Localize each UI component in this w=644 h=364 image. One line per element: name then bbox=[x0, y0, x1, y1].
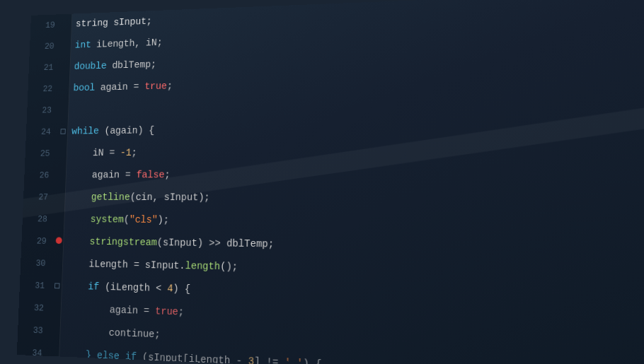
code-token: if bbox=[66, 281, 100, 293]
code-token: ; bbox=[131, 147, 137, 158]
code-token: dblTemp; bbox=[106, 59, 156, 71]
code-token: (cin, sInput); bbox=[130, 192, 210, 203]
line-content bbox=[69, 102, 644, 112]
fold-icon[interactable] bbox=[60, 129, 65, 134]
line-marker bbox=[50, 334, 60, 334]
line-number: 25 bbox=[25, 143, 57, 165]
line-number: 32 bbox=[18, 296, 52, 319]
line-number: 26 bbox=[24, 165, 57, 187]
code-token: (again) { bbox=[99, 125, 155, 136]
line-number: 28 bbox=[22, 208, 55, 230]
code-token: stringstream bbox=[67, 236, 157, 248]
code-token: -1 bbox=[120, 147, 132, 158]
code-token: while bbox=[71, 126, 99, 136]
code-token: ; bbox=[178, 306, 185, 317]
code-token: } else if bbox=[63, 348, 137, 363]
line-number: 19 bbox=[30, 14, 63, 36]
code-token: continue; bbox=[64, 326, 161, 340]
line-content: iN = -1; bbox=[67, 137, 644, 165]
code-token: getline bbox=[69, 192, 130, 203]
code-token: iN = bbox=[71, 148, 120, 159]
code-token: true bbox=[155, 305, 178, 317]
code-token: again = bbox=[95, 81, 144, 93]
code-token: "cls" bbox=[130, 214, 158, 225]
code-token: 3 bbox=[248, 356, 254, 364]
code-token: ; bbox=[164, 170, 170, 180]
code-editor: 19string sInput;20int iLength, iN;21doub… bbox=[17, 0, 644, 364]
table-row: 26 again = false; bbox=[24, 162, 644, 187]
code-token: false bbox=[136, 170, 164, 180]
code-token: ) { bbox=[303, 358, 321, 364]
fold-icon[interactable] bbox=[54, 283, 59, 288]
code-token: (); bbox=[220, 261, 238, 272]
line-marker bbox=[50, 356, 59, 357]
breakpoint-icon bbox=[56, 237, 62, 244]
code-token: length bbox=[185, 260, 220, 272]
code-token: (sInput) >> dblTemp; bbox=[157, 237, 275, 249]
line-number: 34 bbox=[17, 341, 50, 364]
code-token: again = bbox=[65, 303, 156, 317]
line-number: 21 bbox=[28, 57, 61, 78]
code-token: ] != bbox=[254, 356, 284, 364]
code-token: ; bbox=[167, 81, 173, 91]
line-marker bbox=[58, 129, 68, 134]
line-marker bbox=[52, 283, 63, 288]
line-marker bbox=[62, 27, 72, 28]
code-token: ) { bbox=[173, 283, 190, 294]
code-token: (iLength < bbox=[99, 281, 168, 294]
code-token: again = bbox=[70, 170, 137, 180]
code-token: iLength, iN; bbox=[91, 37, 162, 50]
line-number: 20 bbox=[29, 35, 62, 57]
line-number: 22 bbox=[28, 78, 60, 100]
line-number: 29 bbox=[21, 230, 54, 252]
code-token: bool bbox=[73, 83, 95, 93]
code-token: (sInput[iLength - bbox=[137, 351, 248, 364]
code-token: ); bbox=[158, 214, 170, 225]
code-token: string sInput; bbox=[76, 16, 152, 30]
line-number: 33 bbox=[18, 319, 51, 342]
code-token: '.' bbox=[284, 357, 303, 364]
line-number: 31 bbox=[19, 274, 52, 298]
line-number: 27 bbox=[23, 187, 56, 209]
code-token: true bbox=[144, 81, 167, 92]
line-marker bbox=[54, 237, 64, 244]
line-content: again = false; bbox=[66, 162, 644, 187]
code-content: 19string sInput;20int iLength, iN;21doub… bbox=[17, 0, 644, 364]
line-number: 30 bbox=[21, 252, 54, 275]
line-number: 24 bbox=[25, 121, 58, 143]
code-token: iLength = sInput. bbox=[67, 258, 185, 271]
code-token: system bbox=[68, 213, 124, 225]
line-number: 23 bbox=[27, 100, 59, 122]
code-token: double bbox=[74, 61, 106, 72]
code-token: int bbox=[75, 40, 91, 50]
